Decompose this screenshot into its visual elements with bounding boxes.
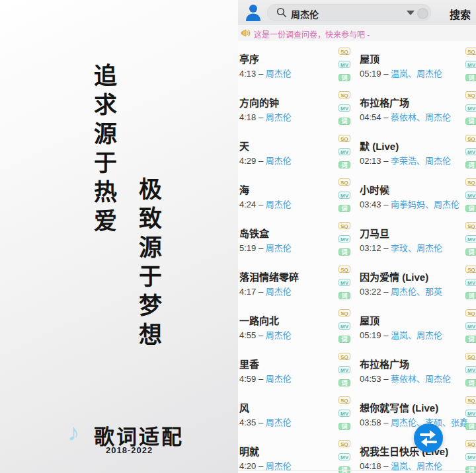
- song-row[interactable]: SQMV词布拉格广场04:54 – 蔡依林、周杰伦: [338, 90, 475, 133]
- song-title[interactable]: 天: [239, 139, 249, 153]
- song-row[interactable]: 风4:35 – 周杰伦: [239, 395, 337, 439]
- song-artists-link[interactable]: 南拳妈妈、周杰伦: [391, 200, 459, 209]
- song-artists-link[interactable]: 温岚、周杰伦: [391, 461, 442, 471]
- song-row[interactable]: SQMV词刀马旦03:12 – 李玟、周杰伦: [338, 221, 475, 264]
- search-icon: [276, 7, 287, 18]
- song-row[interactable]: 落泪情绪零碎4:17 – 周杰伦: [239, 264, 337, 308]
- clear-search-icon[interactable]: [417, 8, 428, 19]
- user-avatar-icon[interactable]: [245, 3, 262, 22]
- song-title[interactable]: 布拉格广场: [360, 357, 409, 371]
- song-artists-link[interactable]: 蔡依林、周杰伦: [391, 112, 451, 122]
- song-title[interactable]: 风: [239, 400, 249, 414]
- mv-badge: MV: [465, 192, 476, 199]
- song-artists-link[interactable]: 周杰伦: [266, 418, 292, 427]
- song-row[interactable]: 天4:29 – 周杰伦: [239, 133, 337, 177]
- song-title[interactable]: 布拉格广场: [360, 95, 409, 109]
- song-row[interactable]: SQMV词: [465, 133, 476, 177]
- song-artists-link[interactable]: 周杰伦: [266, 287, 292, 297]
- search-button[interactable]: 搜索: [450, 6, 471, 22]
- song-row[interactable]: SQMV词小时候03:43 – 南拳妈妈、周杰伦: [338, 177, 475, 221]
- song-row[interactable]: 一路向北4:55 – 周杰伦: [239, 308, 337, 351]
- song-title[interactable]: 明就: [239, 444, 259, 458]
- song-title[interactable]: 一路向北: [239, 313, 279, 327]
- quality-badges: SQMV词: [338, 396, 350, 436]
- song-title[interactable]: 落泪情绪零碎: [239, 270, 299, 283]
- song-duration-artists: 4:59 – 周杰伦: [239, 372, 292, 384]
- song-duration-artists: 4:24 – 周杰伦: [239, 198, 292, 210]
- song-artists-link[interactable]: 温岚、周杰伦: [391, 330, 442, 340]
- mv-badge: MV: [338, 192, 350, 199]
- song-row[interactable]: SQMV词屋顶05:19 – 温岚、周杰伦: [338, 308, 475, 351]
- song-row[interactable]: SQMV词: [465, 177, 476, 221]
- song-row[interactable]: 岛铁盒5:19 – 周杰伦: [239, 221, 337, 264]
- quality-badges: SQMV词: [465, 353, 476, 392]
- song-title[interactable]: 方向的钟: [239, 95, 279, 109]
- lyrics-badge: 词: [465, 248, 476, 256]
- song-artists-link[interactable]: 李玟、周杰伦: [391, 243, 442, 253]
- song-row[interactable]: SQMV词屋顶05:19 – 温岚、周杰伦: [338, 46, 475, 90]
- mv-badge: MV: [338, 235, 350, 242]
- song-title[interactable]: 因为爱情 (Live): [360, 270, 428, 283]
- song-row[interactable]: SQMV词: [465, 46, 476, 90]
- song-row[interactable]: 亭序4:13 – 周杰伦: [239, 46, 337, 90]
- song-artists-link[interactable]: 周杰伦: [266, 156, 292, 166]
- song-artists-link[interactable]: 周杰伦: [266, 69, 292, 79]
- chevron-down-icon[interactable]: [407, 11, 415, 15]
- song-artists-link[interactable]: 周杰伦: [266, 243, 292, 253]
- song-artists-link[interactable]: 周杰伦、那英: [391, 287, 442, 297]
- song-row[interactable]: 海4:24 – 周杰伦: [239, 177, 337, 221]
- song-artists-link[interactable]: 周杰伦: [266, 461, 292, 471]
- song-title[interactable]: 默 (Live): [360, 139, 399, 153]
- song-duration-artists: 04:54 – 蔡依林、周杰伦: [360, 110, 451, 123]
- song-title[interactable]: 想你就写信 (Live): [360, 400, 438, 414]
- song-row[interactable]: SQMV词因为爱情 (Live)03:22 – 周杰伦、那英: [338, 264, 475, 308]
- song-grid: 亭序4:13 – 周杰伦方向的钟4:18 – 周杰伦天4:29 – 周杰伦海4:…: [238, 46, 476, 473]
- song-duration-artists: 4:13 – 周杰伦: [239, 67, 292, 79]
- song-duration-artists: 02:13 – 李荣浩、周杰伦: [360, 154, 451, 166]
- lyrics-badge: 词: [338, 248, 350, 256]
- song-row[interactable]: SQMV词布拉格广场04:53 – 蔡依林、周杰伦: [338, 351, 475, 395]
- song-row[interactable]: SQMV词: [465, 395, 476, 439]
- song-artists-link[interactable]: 周杰伦: [266, 374, 292, 384]
- song-row[interactable]: SQMV词: [465, 439, 476, 473]
- swap-songs-fab[interactable]: [414, 423, 443, 453]
- song-row[interactable]: SQMV词: [465, 221, 476, 264]
- song-row[interactable]: 明就4:20 – 周杰伦: [239, 439, 337, 473]
- quality-badges: SQMV词: [338, 178, 350, 218]
- song-artists-link[interactable]: 蔡依林、周杰伦: [391, 374, 451, 384]
- song-duration: 03:58 –: [360, 418, 391, 427]
- song-title[interactable]: 屋顶: [360, 52, 379, 65]
- song-duration: 03:12 –: [360, 243, 391, 253]
- song-artists-link[interactable]: 李荣浩、周杰伦: [391, 156, 451, 166]
- song-artists-link[interactable]: 周杰伦: [266, 200, 292, 209]
- song-title[interactable]: 亭序: [239, 52, 259, 65]
- song-title[interactable]: 屋顶: [360, 313, 379, 327]
- lyrics-badge: 词: [338, 118, 350, 125]
- song-artists-link[interactable]: 周杰伦: [266, 330, 292, 340]
- quality-badges: SQMV词: [465, 440, 476, 473]
- song-row[interactable]: SQMV词祝我生日快乐 (Live)04:18 – 温岚、周杰伦: [338, 439, 475, 473]
- song-title[interactable]: 小时候: [360, 182, 389, 196]
- sq-quality-badge: SQ: [338, 266, 350, 273]
- song-row[interactable]: SQMV词想你就写信 (Live)03:58 – 周杰伦、李硕、张鑫: [338, 395, 475, 439]
- song-title[interactable]: 刀马旦: [360, 226, 389, 240]
- app-screen: 周杰伦 搜索 这是一份调查问卷，快来参与吧 - 亭序4:13 – 周杰伦方向的钟…: [0, 0, 476, 473]
- song-artists-link[interactable]: 周杰伦: [266, 112, 292, 122]
- song-row[interactable]: 里香4:59 – 周杰伦: [239, 351, 337, 395]
- survey-announcement-banner[interactable]: 这是一份调查问卷，快来参与吧 -: [238, 25, 476, 41]
- song-title[interactable]: 里香: [239, 357, 259, 371]
- quality-badges: SQMV词: [338, 222, 350, 262]
- song-row[interactable]: SQMV词: [465, 308, 476, 351]
- lyrics-badge: 词: [338, 336, 350, 343]
- song-title[interactable]: 海: [239, 182, 249, 196]
- song-title[interactable]: 岛铁盒: [239, 226, 269, 240]
- search-query-text[interactable]: 周杰伦: [291, 7, 319, 20]
- song-row[interactable]: 方向的钟4:18 – 周杰伦: [239, 90, 337, 133]
- song-row[interactable]: SQMV词: [465, 264, 476, 308]
- lyrics-badge: 词: [338, 74, 350, 81]
- sq-quality-badge: SQ: [338, 135, 350, 142]
- song-row[interactable]: SQMV词: [465, 351, 476, 395]
- song-row[interactable]: SQMV词: [465, 90, 476, 133]
- song-row[interactable]: SQMV词默 (Live)02:13 – 李荣浩、周杰伦: [338, 133, 475, 177]
- song-artists-link[interactable]: 温岚、周杰伦: [391, 69, 442, 79]
